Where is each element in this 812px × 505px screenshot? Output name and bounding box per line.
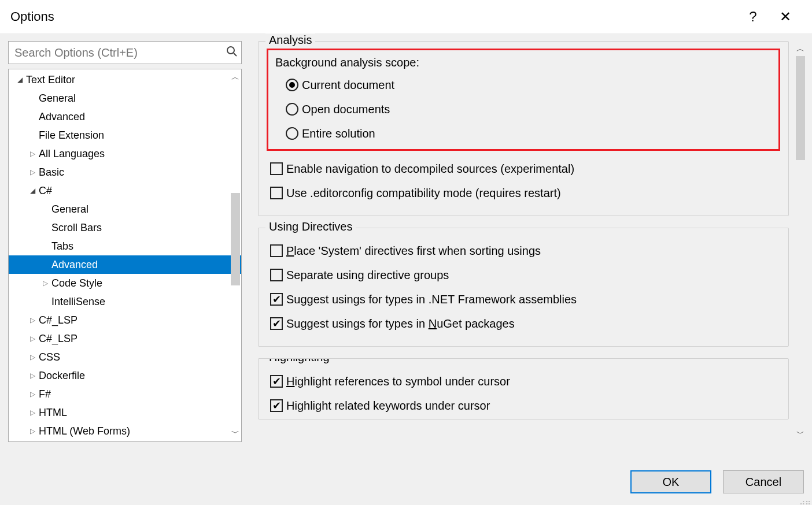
scroll-thumb[interactable] [796, 56, 805, 160]
tree-item[interactable]: ▷Basic [9, 163, 241, 181]
content-scrollbar[interactable]: ︿ ﹀ [795, 43, 806, 440]
options-tree[interactable]: ◢Text EditorGeneralAdvancedFile Extensio… [8, 69, 242, 442]
help-icon[interactable]: ? [737, 5, 769, 28]
ok-button[interactable]: OK [630, 470, 711, 493]
radio-option[interactable]: Current document [272, 73, 775, 97]
group-analysis: Analysis Background analysis scope: Curr… [258, 41, 789, 216]
tree-item[interactable]: ◢Text Editor [9, 70, 241, 89]
settings-pane: Analysis Background analysis scope: Curr… [258, 41, 804, 442]
tree-scrollbar[interactable]: ︿ ﹀ [230, 72, 241, 439]
radio-option[interactable]: Entire solution [272, 121, 775, 146]
radio-option[interactable]: Open documents [272, 97, 775, 121]
left-pane: ◢Text EditorGeneralAdvancedFile Extensio… [8, 41, 242, 442]
dialog-footer: OK Cancel [630, 470, 804, 493]
tree-item[interactable]: Advanced [9, 255, 241, 274]
group-legend: Analysis [265, 34, 315, 47]
checkbox-option[interactable]: Separate using directive groups [270, 263, 777, 287]
tree-item[interactable]: General [9, 200, 241, 218]
tree-item[interactable]: ▷HTML [9, 403, 241, 422]
close-icon[interactable]: ✕ [769, 5, 802, 28]
tree-item[interactable]: ▷Code Style [9, 274, 241, 292]
checkbox-option[interactable]: ✔Highlight references to symbol under cu… [270, 369, 777, 393]
checkbox-option[interactable]: Use .editorconfig compatibility mode (re… [270, 181, 777, 205]
tree-item[interactable]: ▷F# [9, 385, 241, 403]
tree-item[interactable]: Scroll Bars [9, 218, 241, 237]
tree-item[interactable]: ▷C#_LSP [9, 311, 241, 329]
scroll-thumb[interactable] [231, 193, 240, 285]
tree-item[interactable]: ▷CSS [9, 348, 241, 366]
tree-item[interactable]: IntelliSense [9, 292, 241, 311]
scope-label: Background analysis scope: [275, 56, 775, 69]
window-title: Options [10, 9, 54, 24]
group-highlighting: Highlighting ✔Highlight references to sy… [258, 358, 789, 419]
tree-item[interactable]: Advanced [9, 107, 241, 126]
tree-item[interactable]: ▷All Languages [9, 144, 241, 163]
scroll-up-icon[interactable]: ︿ [795, 43, 806, 55]
group-legend: Highlighting [265, 358, 333, 364]
tree-item[interactable]: ▷HTML (Web Forms) [9, 422, 241, 440]
group-using-directives: Using Directives Place 'System' directiv… [258, 228, 789, 347]
checkbox-option[interactable]: ✔Suggest usings for types in .NET Framew… [270, 287, 777, 311]
resize-grip-icon[interactable]: ⣠⣤ [799, 496, 811, 504]
scroll-down-icon[interactable]: ﹀ [230, 428, 241, 439]
search-input[interactable] [13, 46, 226, 60]
tree-item[interactable]: ▷Dockerfile [9, 366, 241, 385]
dialog-body: ◢Text EditorGeneralAdvancedFile Extensio… [0, 34, 812, 505]
titlebar: Options ? ✕ [0, 0, 812, 34]
checkbox-option[interactable]: Place 'System' directives first when sor… [270, 239, 777, 263]
scroll-up-icon[interactable]: ︿ [230, 72, 241, 83]
checkbox-option[interactable]: ✔Highlight related keywords under cursor [270, 393, 777, 418]
tree-item[interactable]: General [9, 89, 241, 107]
checkbox-option[interactable]: Enable navigation to decompiled sources … [270, 157, 777, 181]
checkbox-option[interactable]: ✔Suggest usings for types in NuGet packa… [270, 311, 777, 336]
svg-point-0 [227, 47, 234, 54]
cancel-button[interactable]: Cancel [723, 470, 804, 493]
background-scope-highlight: Background analysis scope: Current docum… [267, 49, 780, 151]
search-box[interactable] [8, 41, 242, 64]
svg-line-1 [234, 53, 237, 56]
search-icon [226, 46, 238, 60]
tree-item[interactable]: ▷C#_LSP [9, 329, 241, 348]
tree-item[interactable]: Tabs [9, 237, 241, 255]
group-legend: Using Directives [265, 220, 356, 233]
tree-item[interactable]: File Extension [9, 126, 241, 144]
scroll-down-icon[interactable]: ﹀ [795, 428, 806, 440]
tree-item[interactable]: ◢C# [9, 181, 241, 200]
